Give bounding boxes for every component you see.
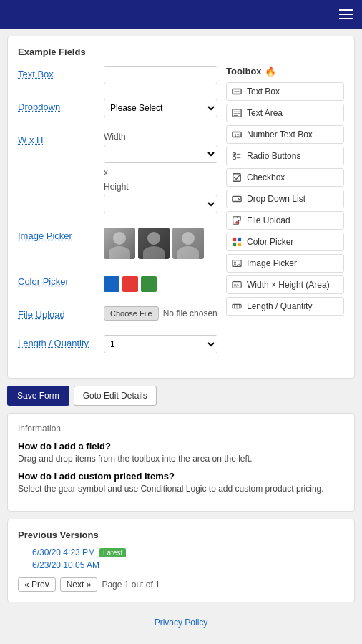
- pagination: « Prev Next » Page 1 out of 1: [18, 577, 344, 592]
- toolbox-item-text-area-label: Text Area: [247, 108, 283, 118]
- field-link-wxh[interactable]: W x H: [18, 135, 43, 145]
- field-link-length-quantity[interactable]: Length / Quantity: [18, 338, 89, 348]
- length-quantity-icon: [231, 301, 243, 312]
- field-link-textbox[interactable]: Text Box: [18, 69, 54, 79]
- field-input-length-quantity: 1 2 3 4 5: [104, 335, 217, 353]
- radio-buttons-icon: [231, 150, 243, 162]
- field-label-dropdown: Dropdown: [18, 99, 97, 112]
- svg-rect-20: [233, 243, 236, 246]
- main-container: Example Fields Text Box Dropdown: [0, 29, 362, 642]
- toolbox-item-number-text-box[interactable]: 123 Number Text Box: [226, 125, 344, 144]
- toolbox-fire-icon: 🔥: [265, 66, 276, 77]
- info-answer-1: Drag and drop items from the toolbox int…: [18, 454, 344, 464]
- file-upload-icon: [231, 215, 243, 226]
- privacy-policy-link[interactable]: Privacy Policy: [155, 618, 208, 628]
- toolbox-item-file-upload[interactable]: File Upload: [226, 211, 344, 230]
- toolbox-item-radio-buttons[interactable]: Radio Buttons: [226, 147, 344, 165]
- field-input-dropdown: Please Select: [104, 99, 217, 117]
- example-fields-card: Example Fields Text Box Dropdown: [7, 36, 355, 379]
- svg-rect-19: [238, 238, 241, 241]
- info-question-2: How do I add custom priced items?: [18, 471, 344, 482]
- version-link-1[interactable]: 6/30/20 4:23 PM: [32, 547, 95, 557]
- image-thumb-3[interactable]: [172, 228, 204, 259]
- height-label: Height: [104, 182, 217, 192]
- toolbox-item-checkbox-label: Checkbox: [247, 172, 285, 182]
- text-area-icon: [231, 107, 243, 119]
- image-picker-icon: [231, 258, 243, 269]
- svg-rect-18: [233, 238, 236, 241]
- field-row-file-upload: File Upload Choose File No file chosen: [18, 306, 217, 321]
- field-link-dropdown[interactable]: Dropdown: [18, 102, 60, 112]
- action-buttons: Save Form Goto Edit Details: [7, 386, 355, 406]
- toolbox-item-wxh[interactable]: W×H Width × Height (Area): [226, 275, 344, 294]
- toolbox-column: Toolbox 🔥 Text Box Text Area: [226, 66, 344, 368]
- toolbox-item-text-box-label: Text Box: [247, 87, 280, 97]
- previous-versions-list: 6/30/20 4:23 PM Latest 6/23/20 10:05 AM: [18, 547, 344, 570]
- toolbox-item-drop-down-list[interactable]: Drop Down List: [226, 190, 344, 208]
- number-text-box-icon: 123: [231, 129, 243, 140]
- toolbox-item-checkbox[interactable]: Checkbox: [226, 168, 344, 187]
- field-link-color-picker[interactable]: Color Picker: [18, 276, 69, 287]
- field-label-color-picker: Color Picker: [18, 273, 97, 287]
- field-label-image-picker: Image Picker: [18, 228, 97, 241]
- field-label-textbox: Text Box: [18, 66, 97, 79]
- text-box-icon: [231, 86, 243, 97]
- toolbox-item-drop-down-list-label: Drop Down List: [247, 194, 305, 204]
- width-select[interactable]: [104, 145, 217, 163]
- dropdown-select[interactable]: Please Select: [104, 99, 217, 117]
- field-link-image-picker[interactable]: Image Picker: [18, 230, 72, 241]
- information-title: Information: [18, 424, 344, 434]
- field-row-wxh: W x H Width x Height: [18, 132, 217, 213]
- length-quantity-select[interactable]: 1 2 3 4 5: [104, 335, 217, 353]
- card-title: Example Fields: [18, 47, 344, 57]
- choose-file-button[interactable]: Choose File: [104, 306, 159, 321]
- page-info: Page 1 out of 1: [102, 580, 160, 590]
- toolbox-item-wxh-label: Width × Height (Area): [247, 280, 330, 290]
- text-box-input[interactable]: [104, 66, 217, 84]
- height-select[interactable]: [104, 195, 217, 213]
- image-thumb-2[interactable]: [138, 228, 170, 259]
- svg-point-23: [234, 262, 236, 264]
- color-picker-icon: [231, 236, 243, 248]
- svg-rect-16: [238, 217, 240, 220]
- next-page-button[interactable]: Next »: [60, 577, 98, 592]
- toolbox-item-image-picker-label: Image Picker: [247, 258, 297, 268]
- color-swatch-red[interactable]: [122, 276, 138, 292]
- field-input-file-upload: Choose File No file chosen: [104, 306, 217, 321]
- field-label-file-upload: File Upload: [18, 306, 97, 320]
- svg-point-9: [234, 154, 235, 155]
- hamburger-menu-icon[interactable]: [339, 9, 353, 19]
- version-link-2[interactable]: 6/23/20 10:05 AM: [32, 560, 99, 570]
- toolbox-item-file-upload-label: File Upload: [247, 215, 290, 225]
- field-link-file-upload[interactable]: File Upload: [18, 309, 65, 320]
- image-thumb-1[interactable]: [104, 228, 135, 259]
- card-inner: Text Box Dropdown Please Select: [18, 66, 344, 368]
- no-file-text: No file chosen: [163, 308, 217, 318]
- toolbox-item-image-picker[interactable]: Image Picker: [226, 254, 344, 273]
- prev-page-button[interactable]: « Prev: [18, 577, 56, 592]
- toolbox-item-number-text-box-label: Number Text Box: [247, 130, 313, 140]
- x-separator: x: [104, 167, 217, 177]
- info-answer-2: Select the gear symbol and use Condition…: [18, 484, 344, 494]
- svg-rect-21: [238, 243, 241, 246]
- field-input-image-picker: [104, 228, 217, 259]
- toolbox-title: Toolbox 🔥: [226, 66, 344, 77]
- color-swatch-green[interactable]: [141, 276, 157, 292]
- version-item-2: 6/23/20 10:05 AM: [32, 560, 344, 570]
- save-form-button[interactable]: Save Form: [7, 386, 69, 406]
- latest-badge: Latest: [99, 548, 126, 557]
- svg-text:W×H: W×H: [234, 283, 242, 288]
- toolbox-item-length-quantity[interactable]: Length / Quantity: [226, 297, 344, 316]
- toolbox-item-color-picker[interactable]: Color Picker: [226, 233, 344, 251]
- color-swatch-blue[interactable]: [104, 276, 119, 292]
- color-swatches: [104, 276, 217, 292]
- field-row-textbox: Text Box: [18, 66, 217, 84]
- field-input-textbox: [104, 66, 217, 84]
- footer: Privacy Policy: [7, 610, 355, 635]
- goto-edit-details-button[interactable]: Goto Edit Details: [74, 386, 157, 406]
- toolbox-item-text-area[interactable]: Text Area: [226, 104, 344, 122]
- toolbox-item-text-box[interactable]: Text Box: [226, 82, 344, 101]
- portrait-3: [172, 228, 204, 259]
- portrait-2: [138, 228, 170, 259]
- svg-point-11: [233, 156, 235, 159]
